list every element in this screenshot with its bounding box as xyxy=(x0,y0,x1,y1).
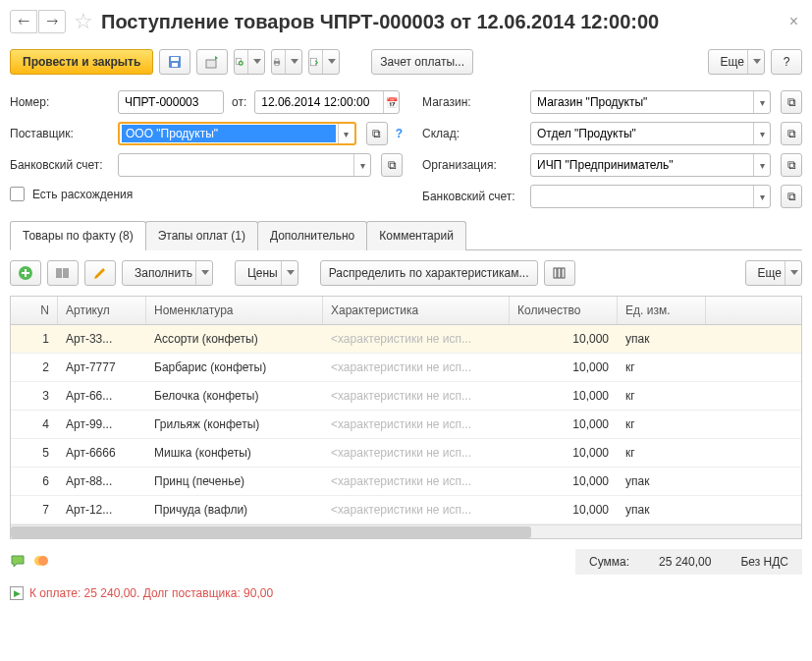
tab-payments[interactable]: Этапы оплат (1) xyxy=(145,221,258,250)
fill-button[interactable]: Заполнить xyxy=(122,260,213,286)
create-based-on-button[interactable] xyxy=(234,49,265,75)
cell-art: Арт-99... xyxy=(58,417,146,431)
page-title: Поступление товаров ЧПРТ-000003 от 12.06… xyxy=(101,11,659,33)
cell-char: <характеристики не исп... xyxy=(323,389,510,403)
cell-char: <характеристики не исп... xyxy=(323,446,510,460)
table-row[interactable]: 4Арт-99...Грильяж (конфеты)<характеристи… xyxy=(11,411,801,439)
col-art[interactable]: Артикул xyxy=(58,297,146,324)
table-row[interactable]: 2Арт-7777Барбарис (конфеты)<характеристи… xyxy=(11,354,801,382)
help-button[interactable]: ? xyxy=(771,49,802,75)
svg-rect-8 xyxy=(275,63,279,66)
svg-rect-11 xyxy=(554,268,557,278)
edt-button[interactable] xyxy=(308,49,340,75)
supplier-field[interactable]: ▾ xyxy=(118,122,356,145)
cell-unit: кг xyxy=(618,360,706,374)
number-label: Номер: xyxy=(10,95,110,109)
offset-payment-button[interactable]: Зачет оплаты... xyxy=(371,49,473,75)
open-bank-l-button[interactable]: ⧉ xyxy=(381,153,403,177)
dropdown-icon[interactable]: ▾ xyxy=(338,124,353,143)
dropdown-icon[interactable]: ▾ xyxy=(753,154,770,176)
table-row[interactable]: 6Арт-88...Принц (печенье)<характеристики… xyxy=(11,468,801,496)
open-supplier-button[interactable]: ⧉ xyxy=(366,122,388,145)
table-row[interactable]: 7Арт-12...Причуда (вафли)<характеристики… xyxy=(11,496,801,524)
col-nom[interactable]: Номенклатура xyxy=(146,297,323,324)
cell-n: 3 xyxy=(11,389,58,403)
org-label: Организация: xyxy=(422,158,522,172)
cell-char: <характеристики не исп... xyxy=(323,360,510,374)
more-label: Еще xyxy=(721,55,744,69)
fill-label: Заполнить xyxy=(135,266,192,280)
open-org-button[interactable]: ⧉ xyxy=(781,153,802,177)
edit-row-button[interactable] xyxy=(84,260,116,286)
barcode-button[interactable] xyxy=(47,260,79,286)
tabs: Товары по факту (8) Этапы оплат (1) Допо… xyxy=(10,220,802,250)
bank-account-r-field[interactable]: ▾ xyxy=(530,185,771,208)
save-button[interactable] xyxy=(159,49,190,75)
currency-icon[interactable] xyxy=(33,553,49,572)
dropdown-icon[interactable]: ▾ xyxy=(753,186,770,207)
cell-n: 7 xyxy=(11,503,58,517)
col-n[interactable]: N xyxy=(11,297,58,324)
number-field[interactable] xyxy=(118,90,224,114)
dropdown-icon[interactable]: ▾ xyxy=(753,91,770,113)
supplier-help-icon[interactable]: ? xyxy=(396,127,403,140)
date-label: от: xyxy=(232,95,246,109)
tab-goods[interactable]: Товары по факту (8) xyxy=(10,221,146,250)
post-and-close-button[interactable]: Провести и закрыть xyxy=(10,49,153,75)
chat-icon[interactable] xyxy=(10,553,26,572)
col-unit[interactable]: Ед. изм. xyxy=(618,297,706,324)
tab-additional[interactable]: Дополнительно xyxy=(257,221,367,250)
nav-back-button[interactable]: 🡐 xyxy=(10,10,37,33)
tab-comment[interactable]: Комментарий xyxy=(366,221,466,250)
print-button[interactable] xyxy=(271,49,302,75)
cell-art: Арт-12... xyxy=(58,503,146,517)
open-warehouse-button[interactable]: ⧉ xyxy=(781,122,802,145)
cell-n: 2 xyxy=(11,360,58,374)
favorite-star-icon[interactable]: ☆ xyxy=(72,10,95,33)
post-button[interactable] xyxy=(196,49,228,75)
discrepancy-checkbox[interactable] xyxy=(10,187,25,201)
date-field[interactable]: 📅 xyxy=(254,90,400,114)
open-bank-r-button[interactable]: ⧉ xyxy=(781,185,802,208)
table-row[interactable]: 5Арт-6666Мишка (конфеты)<характеристики … xyxy=(11,439,801,468)
close-icon[interactable]: × xyxy=(785,13,802,30)
distribute-button[interactable]: Распределить по характеристикам... xyxy=(320,260,538,286)
nav-forward-button[interactable]: 🡒 xyxy=(38,10,66,33)
svg-rect-13 xyxy=(562,268,565,278)
open-store-button[interactable]: ⧉ xyxy=(781,90,802,114)
tab-more-button[interactable]: Еще xyxy=(745,260,802,286)
col-char[interactable]: Характеристика xyxy=(323,297,510,324)
store-label: Магазин: xyxy=(422,95,522,109)
cell-char: <характеристики не исп... xyxy=(323,332,510,346)
dropdown-icon[interactable]: ▾ xyxy=(353,154,370,176)
add-row-button[interactable] xyxy=(10,260,41,286)
status-expand-icon[interactable]: ▶ xyxy=(10,586,24,600)
calendar-icon[interactable]: 📅 xyxy=(383,91,399,113)
bank-account-r-label: Банковский счет: xyxy=(422,190,522,203)
svg-rect-1 xyxy=(171,57,179,61)
dropdown-icon[interactable]: ▾ xyxy=(753,123,770,144)
cell-nom: Белочка (конфеты) xyxy=(146,389,323,403)
supplier-label: Поставщик: xyxy=(10,127,110,140)
org-field[interactable]: ▾ xyxy=(530,153,771,177)
warehouse-field[interactable]: ▾ xyxy=(530,122,771,145)
svg-rect-2 xyxy=(172,63,178,67)
cell-nom: Мишка (конфеты) xyxy=(146,446,323,460)
cell-qty: 10,000 xyxy=(510,332,618,346)
horizontal-scrollbar[interactable] xyxy=(11,524,801,538)
bank-account-l-label: Банковский счет: xyxy=(10,158,110,172)
columns-settings-button[interactable] xyxy=(544,260,575,286)
goods-grid: N Артикул Номенклатура Характеристика Ко… xyxy=(10,296,802,539)
more-button[interactable]: Еще xyxy=(708,49,765,75)
prices-button[interactable]: Цены xyxy=(235,260,298,286)
cell-nom: Барбарис (конфеты) xyxy=(146,360,323,374)
store-field[interactable]: ▾ xyxy=(530,90,771,114)
table-row[interactable]: 1Арт-33...Ассорти (конфеты)<характеристи… xyxy=(11,325,801,354)
cell-qty: 10,000 xyxy=(510,360,618,374)
svg-rect-7 xyxy=(275,59,279,62)
cell-unit: кг xyxy=(618,446,706,460)
bank-account-l-field[interactable]: ▾ xyxy=(118,153,371,177)
col-qty[interactable]: Количество xyxy=(510,297,618,324)
table-row[interactable]: 3Арт-66...Белочка (конфеты)<характеристи… xyxy=(11,382,801,411)
cell-n: 6 xyxy=(11,474,58,488)
